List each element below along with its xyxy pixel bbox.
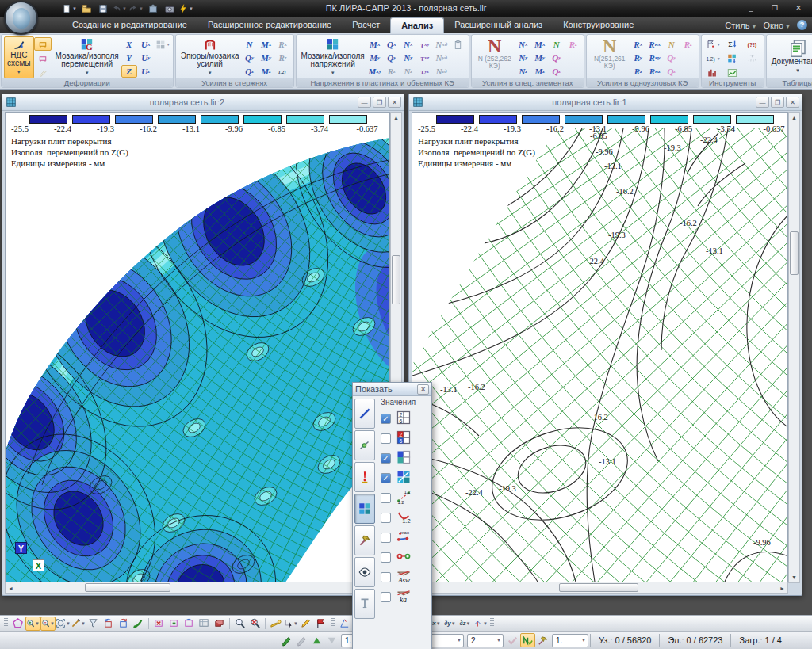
frame1-icon[interactable] [34, 37, 52, 51]
result-button-Rz[interactable]: Rz [275, 52, 291, 64]
result-button-Qz[interactable]: Qz [242, 65, 258, 78]
tab-анализ[interactable]: Анализ [390, 17, 444, 33]
zoom-in-icon[interactable]: ▼ [25, 617, 40, 631]
checkbox-asw-reinforcement[interactable] [381, 572, 391, 582]
clip-icon[interactable] [450, 38, 466, 51]
checkbox-node-links[interactable] [381, 552, 391, 563]
draw-icon[interactable] [298, 617, 313, 631]
checkbox-mosaic-fill[interactable]: ✓ [381, 453, 391, 464]
result-button-Z[interactable]: Z [121, 65, 137, 78]
result-button-Rz[interactable]: Rz [630, 65, 646, 78]
result-button-Nz[interactable]: Nz [400, 65, 416, 78]
menu-style[interactable]: Стиль▼ [725, 21, 756, 30]
result-button-Ny[interactable]: Ny [515, 52, 531, 64]
ribbon-button[interactable]: GМозаика/изополяперемещений▼ [53, 36, 121, 78]
mark-off-icon[interactable] [294, 633, 309, 647]
checkbox-values-on-elements[interactable]: ✓ [381, 414, 391, 424]
result-button-Rz[interactable]: Rz [384, 65, 400, 78]
rotate-y-icon[interactable]: ∂y▼ [442, 617, 458, 631]
flashlight-icon[interactable] [268, 617, 283, 631]
checkbox-isofields-fill[interactable]: ✓ [381, 473, 391, 483]
flag-marker-icon[interactable] [313, 617, 328, 631]
next-step-icon[interactable] [324, 633, 339, 647]
minimize-button[interactable]: _ [741, 2, 761, 13]
child-close-button[interactable]: ✕ [388, 97, 401, 108]
result-button-Qy[interactable]: Qy [384, 52, 400, 64]
child-restore-button[interactable]: ❐ [771, 97, 784, 108]
select-solid-icon[interactable] [212, 617, 227, 631]
result-button-Rнx[interactable]: Rнx [647, 38, 663, 51]
local-cursor-icon[interactable]: ▼ [283, 617, 298, 631]
child-window-title-bar[interactable]: полярная сеть.lir:1 —❐✕ [409, 94, 802, 111]
palette-close-icon[interactable]: ✕ [417, 384, 429, 395]
result-button-Qy[interactable]: Qy [242, 52, 258, 64]
mosx-icon[interactable]: ▼ [155, 38, 170, 51]
result-button-Uy[interactable]: Uy [138, 52, 154, 64]
big-n-button[interactable]: NN (252,262 КЭ) [474, 36, 515, 70]
child-minimize-button[interactable]: — [358, 97, 371, 108]
number-select[interactable]: 2▼ [467, 634, 504, 647]
deselect-icon[interactable] [151, 617, 167, 631]
sigd-tool-button[interactable]: Σ [724, 38, 741, 51]
flagc-tool-button[interactable]: ▼ [704, 38, 722, 51]
tab-расширенный-анализ[interactable]: Расширенный анализ [444, 17, 553, 33]
child-window-title-bar[interactable]: полярная сеть.lir:2 —❐✕ [2, 94, 404, 111]
restore-button[interactable]: ❐ [764, 2, 785, 13]
horizontal-scrollbar[interactable]: ◄ ► [5, 582, 390, 594]
horizontal-scrollbar[interactable]: ◄ ► [412, 582, 788, 594]
result-button-Rz[interactable]: Rz [565, 38, 581, 51]
result-button-Rx[interactable]: Rx [275, 38, 291, 51]
magnify-icon[interactable] [232, 617, 247, 631]
result-button-Nyд[interactable]: Nyд [434, 52, 450, 64]
result-button-Ux[interactable]: Ux [138, 38, 154, 51]
child-minimize-button[interactable]: — [756, 97, 769, 108]
isometric-view-icon[interactable]: ▼ [473, 617, 488, 631]
result-button-Mxy[interactable]: Mxy [367, 65, 383, 78]
child-close-button[interactable]: ✕ [786, 97, 799, 108]
child-restore-button[interactable]: ❐ [373, 97, 386, 108]
result-button-N[interactable]: N [664, 38, 680, 51]
result-button-Nzд[interactable]: Nzд [434, 65, 450, 78]
result-button-Nx[interactable]: Nx [515, 38, 531, 51]
result-button-N[interactable]: N [242, 38, 258, 51]
result-button-Rнz[interactable]: Rнz [647, 65, 663, 78]
select-rotate-icon[interactable] [182, 617, 197, 631]
result-button-Rz[interactable]: Rz [680, 38, 696, 51]
result-button-Mz[interactable]: Mz [259, 65, 274, 78]
result-button-Mz[interactable]: Mz [532, 65, 548, 78]
help-button[interactable]: ? [797, 20, 807, 30]
result-button-Mx[interactable]: Mx [259, 38, 274, 51]
menu-window[interactable]: Окно▼ [764, 21, 791, 30]
line-filter-tool[interactable] [354, 399, 375, 429]
tab-конструирование[interactable]: Конструирование [553, 17, 644, 33]
result-button-τyz[interactable]: τyz [417, 65, 433, 78]
ribbon-button[interactable]: Мозаика/изополянапряжений▼ [299, 36, 367, 78]
select-grid-icon[interactable] [197, 617, 212, 631]
mosaic-display-tool[interactable] [354, 494, 375, 524]
tab-создание-и-редактирование[interactable]: Создание и редактирование [62, 17, 197, 33]
big-n-button[interactable]: NN(251,261 КЭ) [589, 36, 630, 70]
rotate-right-icon[interactable] [116, 617, 131, 631]
zoom-out-icon[interactable]: ▼ [40, 617, 56, 631]
checkbox-ka-coefficient[interactable] [381, 592, 391, 602]
ribbon-button[interactable]: Эпюры/мозаикаусилий▼ [178, 36, 242, 78]
frame2-icon[interactable] [34, 52, 52, 65]
tab-расширенное-редактирование[interactable]: Расширенное редактирование [197, 17, 342, 33]
onetwo-icon[interactable]: 1.2) [275, 65, 291, 78]
select-add-icon[interactable] [167, 617, 182, 631]
qm-tool-button[interactable]: (?!) [744, 38, 761, 51]
scale-select[interactable]: 1.▼ [552, 634, 588, 647]
result-button-Rнy[interactable]: Rнy [647, 52, 663, 64]
warning-tool[interactable] [354, 462, 375, 492]
result-button-Nz[interactable]: Nz [515, 65, 531, 78]
result-button-Qz[interactable]: Qz [549, 65, 565, 78]
onetwo-tool-button[interactable]: 1.2)▼ [704, 52, 722, 65]
result-button-Qz[interactable]: Qz [664, 65, 680, 78]
result-button-Mx[interactable]: Mx [532, 38, 548, 51]
result-button-Rx[interactable]: Rx [630, 38, 646, 51]
result-button-X[interactable]: X [121, 38, 137, 51]
close-button[interactable]: ✕ [788, 2, 809, 13]
mosd-tool-button[interactable] [724, 52, 741, 65]
palette-title-bar[interactable]: Показать ✕ [353, 383, 431, 396]
result-button-N[interactable]: N [549, 38, 565, 51]
